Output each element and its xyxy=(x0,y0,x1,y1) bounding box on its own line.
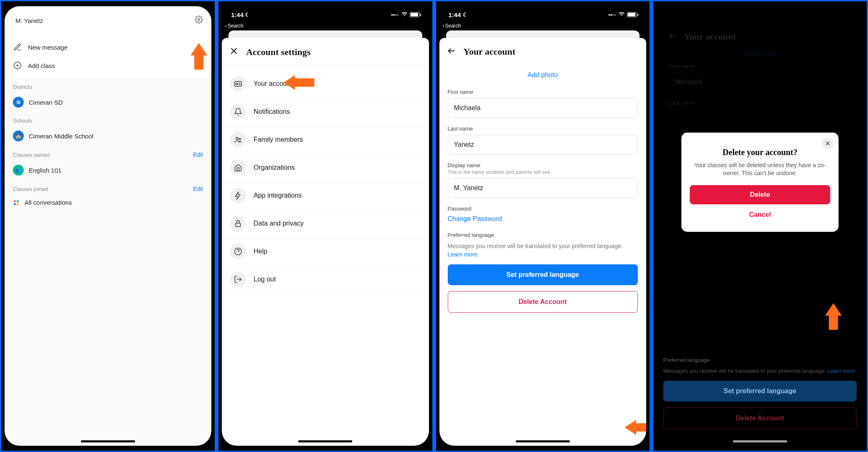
panel-delete-dialog: Your account Add photo First name Michae… xyxy=(652,0,868,452)
dialog-title: Delete your account? xyxy=(690,148,830,157)
settings-notifications[interactable]: Notifications xyxy=(222,98,429,126)
confirm-delete-button[interactable]: Delete xyxy=(690,185,830,204)
settings-integrations[interactable]: App integrations xyxy=(222,182,429,210)
panel-account-settings: 1:44☾ ▪▪▫▫ ‹ Search Account settings xyxy=(217,0,433,452)
home-indicator xyxy=(733,440,787,442)
moon-icon: ☾ xyxy=(463,12,468,18)
class-avatar-icon: 👥 xyxy=(13,165,24,176)
page-title: Account settings xyxy=(246,47,311,58)
profile-name: M. Yanetz xyxy=(15,17,43,24)
new-message-label: New message xyxy=(28,44,68,51)
wifi-icon xyxy=(618,11,625,18)
settings-organizations[interactable]: Organizations xyxy=(222,154,429,182)
signal-icon: ▪▪▫▫ xyxy=(608,12,616,18)
learn-more-link[interactable]: Learn more xyxy=(448,251,478,258)
bell-icon xyxy=(230,104,246,120)
moon-icon: ☾ xyxy=(245,12,250,18)
svg-point-7 xyxy=(236,83,238,85)
add-photo-link[interactable]: Add photo xyxy=(448,67,638,85)
status-bar: 1:44☾ ▪▪▫▫ xyxy=(439,6,646,23)
logout-icon xyxy=(230,271,246,287)
district-label: Cimeran SD xyxy=(29,99,63,106)
set-language-button[interactable]: Set preferred language xyxy=(448,264,638,285)
wifi-icon xyxy=(401,11,408,18)
school-item[interactable]: 🏫 Cimeran Middle School xyxy=(5,126,211,146)
edit-owned-link[interactable]: Edit xyxy=(193,151,203,158)
annotation-arrow-icon xyxy=(283,75,295,90)
page-title: Your account xyxy=(464,46,516,57)
people-icon xyxy=(230,132,246,148)
battery-icon xyxy=(410,12,420,17)
annotation-arrow-icon xyxy=(191,43,207,55)
signal-icon: ▪▪▫▫ xyxy=(391,12,399,18)
gear-icon[interactable] xyxy=(195,15,203,25)
schools-heading: Schools xyxy=(13,118,32,124)
bolt-icon xyxy=(230,188,246,203)
home-indicator xyxy=(81,440,135,442)
plus-circle-icon xyxy=(13,61,22,70)
svg-point-0 xyxy=(198,19,200,21)
id-card-icon xyxy=(230,76,246,92)
add-class-button[interactable]: Add class xyxy=(5,56,211,75)
status-time: 1:44 xyxy=(231,11,243,18)
back-arrow-icon[interactable] xyxy=(447,46,457,57)
display-name-input[interactable] xyxy=(448,178,638,198)
district-item[interactable]: 🏛 Cimeran SD xyxy=(5,93,211,112)
all-conversations-item[interactable]: All conversations xyxy=(5,195,211,210)
last-name-label: Last name xyxy=(448,126,638,132)
settings-your-account[interactable]: Your account xyxy=(222,70,429,98)
settings-logout[interactable]: Log out xyxy=(222,266,429,294)
svg-point-10 xyxy=(236,137,238,139)
first-name-label: First name xyxy=(448,89,638,95)
school-label: Cimeran Middle School xyxy=(29,133,93,140)
display-name-label: Display name xyxy=(448,162,638,168)
home-icon xyxy=(230,160,246,176)
panel-sidebar: M. Yanetz New message Add class District… xyxy=(0,0,216,452)
battery-icon xyxy=(627,12,637,17)
all-conversations-label: All conversations xyxy=(25,199,72,206)
new-message-button[interactable]: New message xyxy=(5,38,211,56)
back-to-search[interactable]: ‹ Search xyxy=(222,23,429,30)
preferred-language-hint: Messages you receive will be translated … xyxy=(448,242,638,259)
settings-item-label: App integrations xyxy=(253,192,302,199)
delete-account-dim: Delete Account xyxy=(663,407,857,429)
classes-owned-heading: Classes owned xyxy=(13,152,50,158)
delete-confirmation-dialog: Delete your account? Your classes will b… xyxy=(681,133,838,232)
cancel-button[interactable]: Cancel xyxy=(690,206,830,223)
add-class-label: Add class xyxy=(28,62,55,69)
dialog-body: Your classes will be deleted unless they… xyxy=(690,161,830,178)
first-name-input[interactable] xyxy=(448,98,638,118)
svg-rect-12 xyxy=(236,223,241,226)
compose-icon xyxy=(13,43,22,51)
home-indicator xyxy=(516,440,570,442)
grid-dots-icon xyxy=(13,199,20,206)
edit-joined-link[interactable]: Edit xyxy=(193,186,203,192)
settings-item-label: Log out xyxy=(253,276,276,283)
settings-family[interactable]: Family members xyxy=(222,126,429,154)
last-name-input[interactable] xyxy=(448,135,638,155)
panel-your-account: 1:44☾ ▪▪▫▫ ‹ Search Your account Add pho… xyxy=(435,0,651,452)
preferred-language-label: Preferred language xyxy=(448,232,638,238)
display-name-hint: This is the name students and parents wi… xyxy=(448,169,638,175)
change-password-link[interactable]: Change Password xyxy=(448,215,638,223)
building-icon: 🏛 xyxy=(13,97,24,108)
school-icon: 🏫 xyxy=(13,131,24,141)
annotation-arrow-icon xyxy=(825,303,842,316)
classes-joined-heading: Classes joined xyxy=(13,186,48,192)
class-item[interactable]: 👥 English 101 xyxy=(5,161,211,180)
lock-icon xyxy=(230,216,246,231)
settings-help[interactable]: Help xyxy=(222,238,429,266)
close-icon[interactable] xyxy=(229,46,239,58)
settings-privacy[interactable]: Data and privacy xyxy=(222,210,429,238)
status-time: 1:44 xyxy=(449,11,461,18)
home-indicator xyxy=(298,440,352,442)
svg-point-11 xyxy=(239,138,241,140)
delete-account-button[interactable]: Delete Account xyxy=(448,291,638,313)
settings-item-label: Organizations xyxy=(253,164,295,171)
pref-lang-dim: Preferred language xyxy=(663,357,857,363)
back-to-search[interactable]: ‹ Search xyxy=(439,23,646,30)
settings-item-label: Family members xyxy=(253,136,303,143)
close-icon[interactable] xyxy=(822,138,833,149)
password-label: Password xyxy=(448,206,638,212)
districts-heading: Districts xyxy=(13,84,32,90)
